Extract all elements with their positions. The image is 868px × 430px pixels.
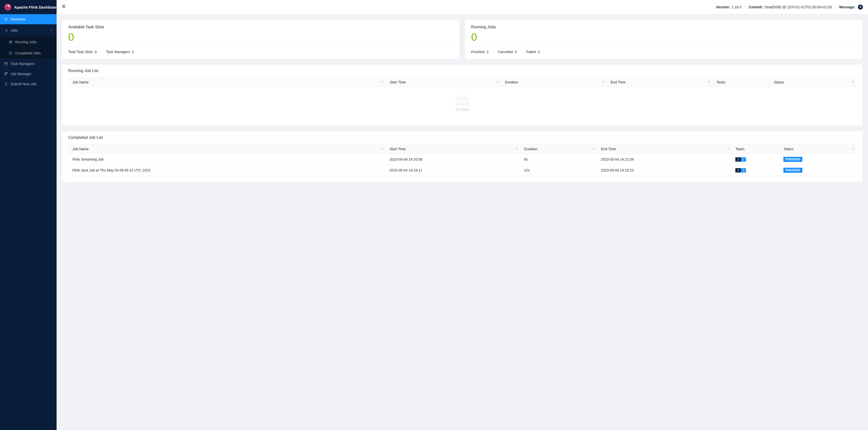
divider: [835, 5, 836, 9]
svg-rect-10: [5, 74, 6, 75]
sort-icon: ▲▼: [852, 81, 854, 84]
table-row[interactable]: Flink Streaming Job2023-05-04 14:20:568s…: [68, 154, 857, 165]
sidebar-item-submit-new-job[interactable]: Submit New Job: [0, 79, 57, 89]
sort-icon: ▲▼: [497, 81, 499, 84]
completed-job-table: Job Name▲▼ Start Time▲▼ Duration▲▼ End T…: [68, 144, 857, 176]
sidebar-item-jobs[interactable]: Jobs: [0, 24, 57, 36]
header-info: Version: 1.16.0 Commit: DeadD0d0 @ 1970-…: [716, 5, 863, 9]
col-end-time[interactable]: End Time▲▼: [597, 144, 731, 154]
sidebar-label-job-manager: Job Manager: [10, 72, 31, 76]
col-status[interactable]: Status▲▼: [770, 78, 856, 87]
col-job-name[interactable]: Job Name▲▼: [68, 144, 385, 154]
slots-title: Available Task Slots: [68, 25, 454, 29]
col-tasks[interactable]: Tasks: [712, 78, 770, 87]
col-job-name[interactable]: Job Name▲▼: [68, 78, 385, 87]
sidebar-item-completed-jobs[interactable]: Completed Jobs: [0, 48, 57, 59]
task-count-dark: 2: [735, 157, 741, 162]
sidebar-item-running-jobs[interactable]: Running Jobs: [0, 36, 57, 48]
empty-box-icon: [454, 95, 470, 106]
play-circle-icon: [8, 40, 12, 44]
canceled-label: Canceled: [498, 50, 513, 54]
schedule-icon: [4, 62, 8, 66]
running-value: 0: [471, 31, 857, 43]
slots-value: 0: [68, 31, 454, 43]
sort-icon: ▲▼: [516, 147, 518, 150]
running-jobs-card: Running Jobs 0 Finished 2 Canceled 0 Fai…: [465, 20, 863, 59]
sidebar-label-task-managers: Task Managers: [10, 62, 35, 66]
chevron-up-icon: [50, 29, 53, 32]
running-job-list-section: Running Job List Job Name▲▼ Start Time▲▼…: [62, 64, 863, 126]
cell-end-time: 2023-05-04 14:21:04: [597, 154, 731, 165]
message-count-badge[interactable]: 0: [858, 5, 863, 9]
svg-rect-8: [5, 73, 6, 74]
svg-point-6: [9, 52, 12, 55]
cell-job-name: Flink Java Job at Thu May 04 08:49:10 UT…: [68, 165, 385, 176]
sort-icon: ▲▼: [381, 81, 383, 84]
check-circle-icon: [8, 51, 12, 55]
sort-icon: ▲▼: [381, 147, 383, 150]
cell-duration: 12s: [520, 165, 597, 176]
col-status[interactable]: Status▲▼: [779, 144, 856, 154]
sort-icon: ▲▼: [708, 81, 710, 84]
version-value: 1.16.0: [732, 5, 741, 9]
sidebar-item-overview[interactable]: Overview: [0, 14, 57, 24]
sidebar-label-overview: Overview: [10, 17, 25, 21]
sidebar-item-task-managers[interactable]: Task Managers: [0, 59, 57, 69]
svg-point-2: [7, 5, 10, 7]
message-label: Message:: [839, 5, 856, 9]
list-icon: [4, 28, 8, 32]
collapse-sidebar-button[interactable]: [62, 4, 66, 10]
task-count-blue: 3: [741, 168, 746, 173]
task-count-blue: 2: [741, 157, 746, 162]
col-start-time[interactable]: Start Time▲▼: [385, 144, 520, 154]
canceled-value: 0: [515, 50, 517, 54]
col-start-time[interactable]: Start Time▲▼: [385, 78, 501, 87]
empty-text: No Data: [456, 108, 469, 112]
available-task-slots-card: Available Task Slots 0 Total Task Slots …: [62, 20, 460, 59]
version-label: Version:: [716, 5, 730, 9]
svg-rect-7: [5, 63, 7, 65]
completed-job-list-section: Completed Job List Job Name▲▼ Start Time…: [62, 131, 863, 182]
upload-icon: [4, 82, 8, 86]
sort-icon: ▲▼: [727, 147, 729, 150]
table-row[interactable]: Flink Java Job at Thu May 04 08:49:10 UT…: [68, 165, 857, 176]
svg-point-3: [9, 5, 9, 6]
cell-start-time: 2023-05-04 14:20:56: [385, 154, 520, 165]
cell-start-time: 2023-05-04 14:19:11: [385, 165, 520, 176]
tm-label: Task Managers: [106, 50, 130, 54]
col-duration[interactable]: Duration▲▼: [520, 144, 597, 154]
col-duration[interactable]: Duration▲▼: [501, 78, 606, 87]
cell-job-name: Flink Streaming Job: [68, 154, 385, 165]
cell-tasks: 22: [731, 154, 779, 165]
brand: Apache Flink Dashboard: [0, 0, 57, 14]
sort-icon: ▲▼: [852, 147, 854, 150]
task-count-dark: 3: [735, 168, 741, 173]
cell-end-time: 2023-05-04 14:19:23: [597, 165, 731, 176]
empty-state: No Data: [68, 87, 857, 120]
sort-icon: ▲▼: [602, 81, 604, 84]
tm-value: 0: [132, 50, 134, 54]
finished-value: 2: [487, 50, 489, 54]
sidebar-label-running-jobs: Running Jobs: [15, 40, 37, 44]
running-list-title: Running Job List: [62, 64, 863, 77]
sidebar-item-job-manager[interactable]: Job Manager: [0, 69, 57, 79]
col-end-time[interactable]: End Time▲▼: [607, 78, 712, 87]
running-title: Running Jobs: [471, 25, 857, 29]
commit-value: DeadD0d0 @ 1970-01-01T01:00:00+01:00: [765, 5, 832, 9]
total-slots-value: 0: [95, 50, 97, 54]
finished-label: Finished: [471, 50, 485, 54]
col-tasks[interactable]: Tasks: [731, 144, 779, 154]
total-slots-label: Total Task Slots: [68, 50, 93, 54]
header: Version: 1.16.0 Commit: DeadD0d0 @ 1970-…: [57, 0, 868, 14]
sidebar-label-completed-jobs: Completed Jobs: [15, 51, 41, 55]
running-job-table: Job Name▲▼ Start Time▲▼ Duration▲▼ End T…: [68, 77, 857, 87]
status-badge: FINISHED: [783, 168, 802, 173]
commit-label: Commit:: [749, 5, 763, 9]
cell-status: FINISHED: [779, 165, 856, 176]
svg-rect-9: [6, 73, 7, 74]
cell-status: FINISHED: [779, 154, 856, 165]
cell-duration: 8s: [520, 154, 597, 165]
failed-label: Failed: [526, 50, 536, 54]
cell-tasks: 33: [731, 165, 779, 176]
status-badge: FINISHED: [783, 157, 802, 162]
